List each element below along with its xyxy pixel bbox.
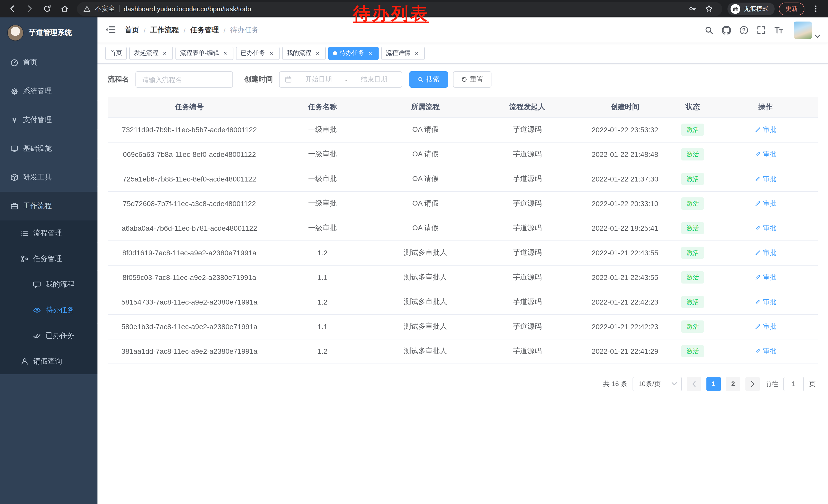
sidebar-item-payment[interactable]: ¥ 支付管理 bbox=[0, 106, 97, 134]
cell-task-name: 1.2 bbox=[271, 290, 374, 314]
approve-link[interactable]: 审批 bbox=[755, 199, 777, 208]
close-icon[interactable]: × bbox=[268, 49, 275, 57]
tab-process-form-edit[interactable]: 流程表单-编辑 × bbox=[175, 46, 234, 60]
tab-process-detail[interactable]: 流程详情 × bbox=[381, 46, 425, 60]
breadcrumb-home[interactable]: 首页 bbox=[125, 26, 139, 35]
approve-link[interactable]: 审批 bbox=[755, 174, 777, 184]
approve-link[interactable]: 审批 bbox=[755, 347, 777, 356]
page-2-button[interactable]: 2 bbox=[726, 377, 740, 391]
incognito-badge: 无痕模式 bbox=[728, 2, 775, 15]
col-create-time: 创建时间 bbox=[578, 97, 672, 118]
browser-menu-icon[interactable] bbox=[809, 2, 823, 16]
date-range-picker[interactable]: 开始日期 - 结束日期 bbox=[279, 71, 402, 88]
cell-create-time: 2022-01-21 22:41:29 bbox=[578, 339, 672, 364]
status-badge: 激活 bbox=[681, 197, 704, 210]
cell-process: 测试多审批人 bbox=[374, 240, 477, 265]
cell-task-name: 1.1 bbox=[271, 265, 374, 290]
update-button[interactable]: 更新 bbox=[779, 2, 804, 15]
process-name-input[interactable] bbox=[135, 71, 233, 88]
approve-link[interactable]: 审批 bbox=[755, 297, 777, 307]
edit-icon bbox=[755, 250, 761, 256]
cell-task-name: 一级审批 bbox=[271, 142, 374, 167]
cell-starter: 芋道源码 bbox=[477, 265, 578, 290]
cell-create-time: 2022-01-22 21:48:48 bbox=[578, 142, 672, 167]
approve-link[interactable]: 审批 bbox=[755, 224, 777, 233]
edit-icon bbox=[755, 127, 761, 133]
sidebar-item-system[interactable]: 系统管理 bbox=[0, 77, 97, 106]
github-icon[interactable] bbox=[722, 26, 731, 35]
close-icon[interactable]: × bbox=[413, 49, 420, 57]
start-date-placeholder: 开始日期 bbox=[296, 75, 341, 84]
cell-starter: 芋道源码 bbox=[477, 339, 578, 364]
tab-home[interactable]: 首页 bbox=[105, 46, 127, 60]
chevron-down-icon bbox=[83, 89, 89, 93]
sidebar-item-home[interactable]: 首页 bbox=[0, 48, 97, 77]
cell-task-id: 069c6a63-7b8a-11ec-8ef0-acde48001122 bbox=[108, 142, 271, 167]
sidebar-item-my-processes[interactable]: 我的流程 bbox=[0, 272, 97, 297]
fullscreen-icon[interactable] bbox=[757, 26, 766, 35]
sidebar-item-label: 基础设施 bbox=[23, 144, 52, 153]
page-size-select[interactable]: 10条/页 bbox=[632, 377, 682, 391]
browser-forward-icon[interactable] bbox=[23, 2, 37, 16]
app-logo[interactable]: 芋道管理系统 bbox=[0, 17, 97, 48]
browser-chrome: 不安全 dashboard.yudao.iocoder.cn/bpm/task/… bbox=[0, 0, 828, 17]
prev-page-button[interactable] bbox=[687, 377, 701, 391]
incognito-label: 无痕模式 bbox=[744, 4, 769, 13]
sidebar-item-process-management[interactable]: 流程管理 bbox=[0, 221, 97, 246]
sidebar-item-task-management[interactable]: 任务管理 bbox=[0, 246, 97, 272]
font-size-icon[interactable] bbox=[774, 26, 783, 35]
dashboard-icon bbox=[10, 58, 18, 67]
password-key-icon[interactable] bbox=[686, 2, 700, 16]
arrow-right-icon bbox=[750, 381, 755, 387]
status-badge: 激活 bbox=[681, 148, 704, 161]
close-icon[interactable]: × bbox=[314, 49, 321, 57]
sidebar-item-leave-query[interactable]: 请假查询 bbox=[0, 349, 97, 374]
cell-process: 测试多审批人 bbox=[374, 290, 477, 314]
branch-icon bbox=[20, 255, 29, 263]
search-icon[interactable] bbox=[704, 26, 714, 35]
browser-home-icon[interactable] bbox=[57, 2, 72, 16]
omnibox-separator bbox=[119, 5, 120, 12]
approve-link[interactable]: 审批 bbox=[755, 150, 777, 159]
cell-task-id: 8f0d1619-7ac8-11ec-a9e2-a2380e71991a bbox=[108, 240, 271, 265]
status-badge: 激活 bbox=[681, 271, 704, 283]
approve-link[interactable]: 审批 bbox=[755, 322, 777, 331]
sidebar: 芋道管理系统 首页 系统管理 ¥ 支付管理 bbox=[0, 17, 97, 504]
reset-button[interactable]: 重置 bbox=[453, 71, 492, 88]
tab-todo-tasks[interactable]: 待办任务 × bbox=[328, 46, 379, 60]
close-icon[interactable]: × bbox=[367, 49, 374, 57]
tab-done-tasks[interactable]: 已办任务 × bbox=[236, 46, 280, 60]
table-row: a6aba0a4-7b6d-11ec-b781-acde48001122 一级审… bbox=[108, 216, 818, 240]
breadcrumb-separator: / bbox=[184, 26, 186, 34]
close-icon[interactable]: × bbox=[161, 49, 168, 57]
sidebar-item-infrastructure[interactable]: 基础设施 bbox=[0, 134, 97, 163]
sidebar-item-todo-tasks[interactable]: 待办任务 bbox=[0, 297, 97, 323]
cell-task-name: 1.2 bbox=[271, 240, 374, 265]
approve-link[interactable]: 审批 bbox=[755, 125, 777, 134]
sidebar-item-workflow[interactable]: 工作流程 bbox=[0, 192, 97, 221]
sidebar-item-label: 支付管理 bbox=[23, 116, 52, 125]
breadcrumb-task-management[interactable]: 任务管理 bbox=[190, 26, 219, 35]
cell-task-name: 一级审批 bbox=[271, 191, 374, 216]
sidebar-item-done-tasks[interactable]: 已办任务 bbox=[0, 323, 97, 349]
help-icon[interactable] bbox=[739, 26, 748, 35]
tab-start-process[interactable]: 发起流程 × bbox=[129, 46, 173, 60]
goto-page-input[interactable] bbox=[783, 377, 804, 391]
close-icon[interactable]: × bbox=[222, 49, 229, 57]
breadcrumb-workflow[interactable]: 工作流程 bbox=[150, 26, 179, 35]
address-bar[interactable]: 不安全 dashboard.yudao.iocoder.cn/bpm/task/… bbox=[77, 2, 722, 16]
browser-back-icon[interactable] bbox=[5, 2, 19, 16]
approve-link[interactable]: 审批 bbox=[755, 248, 777, 258]
sidebar-item-devtools[interactable]: 研发工具 bbox=[0, 163, 97, 192]
bookmark-star-icon[interactable] bbox=[702, 2, 716, 16]
sidebar-item-label: 工作流程 bbox=[23, 201, 52, 211]
sidebar-fold-icon[interactable] bbox=[105, 25, 115, 35]
tab-my-processes[interactable]: 我的流程 × bbox=[282, 46, 326, 60]
chevron-down-icon bbox=[671, 382, 677, 385]
search-button[interactable]: 搜索 bbox=[409, 71, 448, 88]
browser-reload-icon[interactable] bbox=[40, 2, 54, 16]
user-avatar-menu[interactable] bbox=[794, 21, 820, 39]
approve-link[interactable]: 审批 bbox=[755, 273, 777, 282]
next-page-button[interactable] bbox=[745, 377, 760, 391]
page-1-button[interactable]: 1 bbox=[706, 377, 721, 391]
